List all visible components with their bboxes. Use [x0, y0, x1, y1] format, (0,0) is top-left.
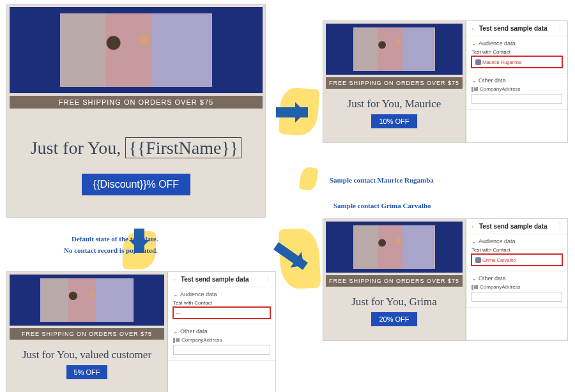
hero-image: [353, 27, 435, 71]
email-preview-grima: FREE SHIPPING ON ORDERS OVER $75 Just fo…: [323, 218, 466, 341]
email-template-card: FREE SHIPPING ON ORDERS OVER $75 Just fo…: [6, 4, 266, 218]
greeting-text: Just for You, Maurice: [323, 89, 465, 114]
greeting-text: Just for You, {{FirstName}}: [7, 109, 265, 163]
contact-lookup-field[interactable]: ---: [173, 307, 270, 319]
company-icon: [471, 285, 478, 290]
discount-button[interactable]: 10% OFF: [371, 114, 417, 128]
highlight-blob: [299, 166, 319, 191]
hero-banner: [326, 24, 463, 75]
company-icon: [471, 87, 478, 92]
test-send-panel: ← Test send sample data ⋮ Audience data …: [167, 271, 276, 392]
section-title: Audience data: [471, 238, 562, 245]
contact-lookup-field[interactable]: Grima Carvalho: [471, 254, 562, 266]
greeting-text: Just for You, Grima: [323, 287, 465, 312]
section-title: Other data: [471, 275, 562, 282]
more-icon[interactable]: ⋮: [264, 275, 272, 283]
company-address-input[interactable]: [471, 94, 562, 104]
field-label: CompanyAddress: [181, 337, 222, 343]
email-preview-default: FREE SHIPPING ON ORDERS OVER $75 Just fo…: [6, 271, 167, 392]
shipping-bar: FREE SHIPPING ON ORDERS OVER $75: [326, 77, 463, 89]
caption-maurice: Sample contact Maurice Rugamba: [330, 176, 434, 185]
panel-title: Test send sample data: [479, 25, 554, 32]
firstname-token: {{FirstName}}: [125, 137, 241, 158]
discount-button[interactable]: 5% OFF: [66, 365, 108, 379]
back-icon[interactable]: ←: [470, 223, 477, 230]
scenario-maurice: FREE SHIPPING ON ORDERS OVER $75 Just fo…: [323, 20, 568, 143]
avatar-icon: [475, 59, 481, 65]
avatar-icon: [475, 257, 481, 263]
test-send-panel: ← Test send sample data ⋮ Audience data …: [466, 20, 568, 143]
caption-default-1: Default state of the template.: [72, 235, 158, 244]
contact-value: Grima Carvalho: [482, 257, 516, 263]
panel-title: Test send sample data: [479, 223, 554, 230]
hero-image: [353, 225, 435, 269]
panel-section-audience[interactable]: Audience data Test with Contact Grima Ca…: [466, 234, 567, 271]
panel-section-other[interactable]: Other data CompanyAddress: [168, 324, 275, 361]
shipping-bar: FREE SHIPPING ON ORDERS OVER $75: [10, 328, 164, 340]
discount-button[interactable]: {{Discount}}% OFF: [82, 174, 190, 195]
contact-value: ---: [176, 310, 181, 316]
company-address-input[interactable]: [471, 292, 562, 302]
section-title: Audience data: [471, 40, 562, 47]
hero-banner: [326, 222, 463, 273]
field-label: Test with Contact: [471, 247, 562, 253]
section-title: Other data: [471, 77, 562, 84]
shipping-bar: FREE SHIPPING ON ORDERS OVER $75: [10, 96, 263, 109]
panel-section-other[interactable]: Other data CompanyAddress: [466, 73, 567, 110]
company-icon: [173, 338, 180, 343]
panel-section-audience[interactable]: Audience data Test with Contact ---: [168, 287, 275, 324]
more-icon[interactable]: ⋮: [556, 24, 564, 33]
hero-banner: [10, 275, 164, 326]
panel-section-other[interactable]: Other data CompanyAddress: [466, 271, 567, 308]
field-label: Test with Contact: [471, 49, 562, 55]
field-label: Test with Contact: [173, 300, 270, 306]
section-title: Audience data: [173, 291, 270, 298]
scenario-grima: FREE SHIPPING ON ORDERS OVER $75 Just fo…: [323, 218, 568, 341]
shipping-bar: FREE SHIPPING ON ORDERS OVER $75: [326, 275, 463, 287]
scenario-default: FREE SHIPPING ON ORDERS OVER $75 Just fo…: [6, 271, 276, 392]
greeting-text: Just for You, valued customer: [7, 340, 167, 365]
caption-grima: Sample contact Grima Carvalho: [334, 202, 431, 211]
panel-section-audience[interactable]: Audience data Test with Contact Maurice …: [466, 36, 567, 73]
field-label: CompanyAddress: [480, 86, 521, 92]
hero-image: [40, 278, 133, 322]
company-address-input[interactable]: [173, 345, 270, 355]
hero-image: [60, 13, 212, 87]
more-icon[interactable]: ⋮: [556, 222, 564, 230]
discount-button[interactable]: 20% OFF: [371, 312, 417, 326]
section-title: Other data: [173, 328, 270, 335]
panel-title: Test send sample data: [181, 276, 262, 283]
contact-value: Maurice Rugamba: [482, 59, 521, 65]
test-send-panel: ← Test send sample data ⋮ Audience data …: [466, 218, 568, 341]
field-label: CompanyAddress: [480, 284, 521, 290]
back-icon[interactable]: ←: [172, 276, 178, 283]
arrow-right-icon: [276, 107, 308, 117]
caption-default-2: No contact record is populated.: [64, 246, 158, 255]
contact-lookup-field[interactable]: Maurice Rugamba: [471, 56, 562, 68]
hero-banner: [10, 7, 263, 93]
back-icon[interactable]: ←: [470, 26, 477, 32]
email-preview-maurice: FREE SHIPPING ON ORDERS OVER $75 Just fo…: [323, 20, 466, 143]
